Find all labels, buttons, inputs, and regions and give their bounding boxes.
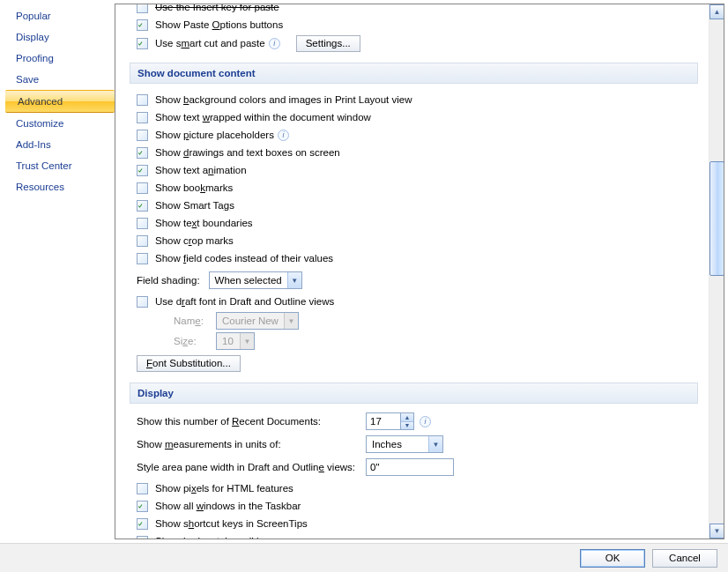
content-pane: Use the Insert key for paste Show Paste … (115, 4, 724, 539)
section-document-content: Show document content (130, 63, 698, 84)
info-icon[interactable]: i (269, 38, 280, 49)
sidebar-item-trust-center[interactable]: Trust Center (4, 155, 115, 176)
sidebar-item-label: Trust Center (16, 160, 71, 171)
button-label: Font Substitution... (146, 358, 231, 368)
sidebar-item-addins[interactable]: Add-Ins (4, 134, 115, 155)
select-value: When selected (210, 273, 287, 288)
checkbox-text-boundaries[interactable] (137, 218, 148, 229)
cancel-button[interactable]: Cancel (652, 549, 717, 568)
checkbox-pixels-html[interactable] (137, 483, 148, 494)
option-label: Show drawings and text boxes on screen (155, 145, 340, 160)
checkbox-horizontal-scrollbar[interactable] (137, 536, 148, 539)
main-area: Popular Display Proofing Save Advanced C… (0, 0, 728, 543)
options-sidebar: Popular Display Proofing Save Advanced C… (4, 4, 115, 539)
option-label: Show Smart Tags (155, 198, 234, 213)
scroll-down-button[interactable]: ▼ (709, 524, 724, 539)
option-label: Show field codes instead of their values (155, 251, 333, 266)
chevron-down-icon: ▼ (401, 422, 413, 430)
chevron-down-icon: ▼ (428, 436, 442, 452)
checkbox-draft-font[interactable] (137, 296, 148, 308)
option-label: Show shortcut keys in ScreenTips (155, 516, 308, 531)
checkbox-text-animation[interactable] (137, 165, 148, 176)
option-label: Show Paste Options buttons (155, 18, 283, 33)
content-scroll-area: Use the Insert key for paste Show Paste … (115, 4, 709, 539)
option-label: Show background colors and images in Pri… (155, 93, 412, 108)
checkbox-bg-colors[interactable] (137, 94, 148, 106)
checkbox-shortcut-keys[interactable] (137, 518, 148, 530)
select-value: Inches (367, 439, 428, 449)
option-label: Show bookmarks (155, 181, 233, 196)
field-shading-label: Field shading: (137, 273, 200, 288)
checkbox-field-codes[interactable] (137, 253, 148, 264)
sidebar-item-popular[interactable]: Popular (4, 5, 115, 26)
settings-button[interactable]: Settings... (296, 35, 360, 52)
spinner-buttons[interactable]: ▲▼ (401, 412, 414, 430)
option-label: Show text wrapped within the document wi… (155, 110, 371, 125)
measurements-label: Show measurements in units of: (137, 439, 366, 449)
chevron-down-icon: ▼ (240, 333, 254, 349)
scroll-up-button[interactable]: ▲ (709, 4, 724, 19)
option-label: Use the Insert key for paste (155, 4, 279, 15)
vertical-scrollbar[interactable]: ▲ ▼ (709, 4, 724, 539)
recent-docs-label: Show this number of Recent Documents: (137, 416, 366, 427)
select-field-shading[interactable]: When selected ▼ (209, 271, 302, 289)
button-label: Settings... (306, 38, 351, 48)
sidebar-item-save[interactable]: Save (4, 69, 115, 90)
option-label: Show horizontal scroll bar (155, 534, 271, 539)
select-value: Courier New (217, 314, 284, 329)
sidebar-item-label: Proofing (16, 53, 54, 63)
sidebar-item-proofing[interactable]: Proofing (4, 48, 115, 69)
font-substitution-button[interactable]: Font Substitution... (137, 355, 241, 372)
option-label: Show picture placeholders (155, 128, 274, 143)
option-label: Show all windows in the Taskbar (155, 499, 301, 514)
sidebar-item-label: Popular (16, 11, 51, 21)
sidebar-item-label: Save (16, 74, 39, 85)
checkbox-bookmarks[interactable] (137, 182, 148, 194)
spinner-recent-docs[interactable]: ▲▼ (366, 412, 414, 430)
select-measurement-units[interactable]: Inches ▼ (366, 435, 443, 453)
checkbox-insert-key-paste[interactable] (137, 4, 148, 13)
select-value: 10 (217, 334, 240, 349)
sidebar-item-advanced[interactable]: Advanced (5, 90, 115, 113)
checkbox-picture-placeholders[interactable] (137, 130, 148, 141)
option-label: Use smart cut and paste (155, 36, 265, 51)
checkbox-crop-marks[interactable] (137, 235, 148, 247)
checkbox-smart-tags[interactable] (137, 200, 148, 212)
checkbox-all-windows-taskbar[interactable] (137, 501, 148, 512)
sidebar-item-label: Display (16, 32, 49, 42)
sidebar-item-label: Resources (16, 182, 64, 192)
option-label: Use draft font in Draft and Outline view… (155, 294, 334, 309)
draft-name-label: Name: (174, 314, 216, 329)
ok-button[interactable]: OK (580, 549, 645, 568)
option-label: Show text boundaries (155, 216, 253, 231)
sidebar-item-resources[interactable]: Resources (4, 176, 115, 197)
button-label: Cancel (669, 553, 701, 563)
checkbox-text-wrapped[interactable] (137, 112, 148, 123)
style-area-label: Style area pane width in Draft and Outli… (137, 462, 366, 472)
scroll-thumb[interactable] (709, 161, 724, 276)
chevron-down-icon: ▼ (284, 313, 298, 329)
section-display: Display (130, 383, 698, 404)
chevron-up-icon: ▲ (401, 413, 413, 422)
option-label: Show pixels for HTML features (155, 481, 293, 496)
sidebar-item-label: Advanced (18, 96, 63, 107)
info-icon[interactable]: i (420, 416, 431, 427)
select-draft-font-size: 10 ▼ (216, 332, 255, 350)
option-label: Show text animation (155, 163, 247, 178)
checkbox-smart-cut-paste[interactable] (137, 38, 148, 49)
option-label: Show crop marks (155, 234, 234, 249)
button-label: OK (605, 553, 620, 563)
checkbox-paste-options[interactable] (137, 19, 148, 31)
options-window: Popular Display Proofing Save Advanced C… (0, 0, 728, 572)
select-draft-font-name: Courier New ▼ (216, 312, 299, 330)
sidebar-item-customize[interactable]: Customize (4, 113, 115, 134)
draft-size-label: Size: (174, 334, 216, 349)
dialog-footer: OK Cancel (0, 543, 728, 572)
chevron-down-icon: ▼ (287, 272, 301, 288)
sidebar-item-display[interactable]: Display (4, 26, 115, 48)
style-area-input[interactable] (366, 458, 454, 476)
sidebar-item-label: Add-Ins (16, 139, 51, 150)
checkbox-drawings[interactable] (137, 147, 148, 159)
spinner-input[interactable] (366, 412, 401, 430)
info-icon[interactable]: i (278, 130, 289, 141)
